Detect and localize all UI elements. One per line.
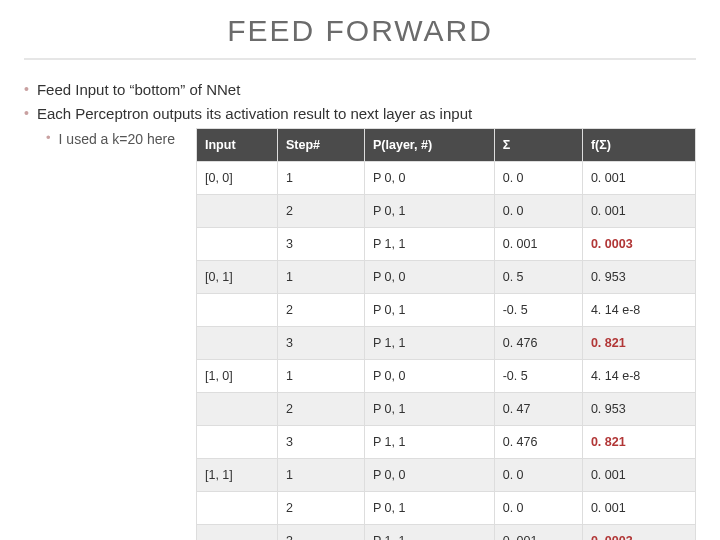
feed-forward-table: Input Step# P(layer, #) Σ f(Σ) [0, 0]1P … [196,128,696,540]
cell-step: 1 [278,162,365,195]
cell-p: P 0, 1 [365,294,495,327]
table-row: [1, 0]1P 0, 0-0. 54. 14 e-8 [197,360,696,393]
cell-input [197,393,278,426]
cell-input: [1, 1] [197,459,278,492]
cell-input [197,228,278,261]
cell-input: [0, 1] [197,261,278,294]
cell-step: 1 [278,261,365,294]
col-input: Input [197,129,278,162]
cell-input: [0, 0] [197,162,278,195]
table-row: 3P 1, 10. 4760. 821 [197,327,696,360]
cell-input [197,426,278,459]
table-row: 3P 1, 10. 4760. 821 [197,426,696,459]
cell-step: 1 [278,360,365,393]
cell-p: P 0, 0 [365,261,495,294]
cell-p: P 1, 1 [365,228,495,261]
cell-sigma: -0. 5 [494,360,582,393]
col-step: Step# [278,129,365,162]
cell-sigma: 0. 0 [494,162,582,195]
cell-sigma: 0. 476 [494,327,582,360]
cell-p: P 1, 1 [365,327,495,360]
table-row: [0, 1]1P 0, 00. 50. 953 [197,261,696,294]
cell-fsigma: 0. 0003 [582,228,695,261]
cell-sigma: 0. 0 [494,195,582,228]
col-fsigma: f(Σ) [582,129,695,162]
title-wrap: FEED FORWARD [24,14,696,60]
table-header-row: Input Step# P(layer, #) Σ f(Σ) [197,129,696,162]
cell-input: [1, 0] [197,360,278,393]
cell-sigma: 0. 001 [494,525,582,541]
cell-step: 3 [278,525,365,541]
col-p: P(layer, #) [365,129,495,162]
cell-step: 2 [278,195,365,228]
title-underline [24,58,696,60]
cell-fsigma: 0. 953 [582,261,695,294]
slide: FEED FORWARD • Feed Input to “bottom” of… [0,0,720,540]
cell-sigma: 0. 476 [494,426,582,459]
cell-input [197,195,278,228]
cell-step: 2 [278,492,365,525]
table-row: [0, 0]1P 0, 00. 00. 001 [197,162,696,195]
cell-fsigma: 0. 0003 [582,525,695,541]
cell-p: P 1, 1 [365,525,495,541]
bullet-2-text: Each Perceptron outputs its activation r… [37,102,472,126]
bullet-dot-icon: • [46,128,51,149]
cell-p: P 0, 1 [365,492,495,525]
table-row: 3P 1, 10. 0010. 0003 [197,228,696,261]
cell-sigma: 0. 001 [494,228,582,261]
cell-sigma: -0. 5 [494,294,582,327]
table-row: 2P 0, 10. 00. 001 [197,492,696,525]
table-body: [0, 0]1P 0, 00. 00. 0012P 0, 10. 00. 001… [197,162,696,541]
cell-fsigma: 0. 821 [582,426,695,459]
cell-input [197,294,278,327]
slide-title: FEED FORWARD [227,14,493,54]
cell-fsigma: 0. 001 [582,162,695,195]
cell-step: 3 [278,228,365,261]
table-row: 2P 0, 10. 470. 953 [197,393,696,426]
sub-bullet-1: • I used a k=20 here [46,128,184,150]
bullet-1-text: Feed Input to “bottom” of NNet [37,78,240,102]
sub-bullet-1-text: I used a k=20 here [59,128,175,150]
cell-fsigma: 0. 001 [582,492,695,525]
cell-fsigma: 0. 001 [582,195,695,228]
cell-input [197,492,278,525]
cell-input [197,525,278,541]
content-row: • I used a k=20 here Input Step# P(layer… [24,128,696,540]
bullet-dot-icon: • [24,78,29,100]
table-row: 2P 0, 1-0. 54. 14 e-8 [197,294,696,327]
cell-step: 1 [278,459,365,492]
left-column: • I used a k=20 here [24,128,184,150]
cell-step: 3 [278,426,365,459]
cell-fsigma: 0. 821 [582,327,695,360]
cell-sigma: 0. 5 [494,261,582,294]
table-wrap: Input Step# P(layer, #) Σ f(Σ) [0, 0]1P … [196,128,696,540]
cell-step: 2 [278,393,365,426]
cell-p: P 0, 0 [365,459,495,492]
cell-p: P 0, 0 [365,162,495,195]
cell-p: P 1, 1 [365,426,495,459]
cell-sigma: 0. 0 [494,459,582,492]
bullet-2: • Each Perceptron outputs its activation… [24,102,696,126]
table-row: 3P 1, 10. 0010. 0003 [197,525,696,541]
table-row: [1, 1]1P 0, 00. 00. 001 [197,459,696,492]
cell-step: 2 [278,294,365,327]
cell-fsigma: 0. 953 [582,393,695,426]
cell-fsigma: 4. 14 e-8 [582,294,695,327]
cell-sigma: 0. 0 [494,492,582,525]
bullet-dot-icon: • [24,102,29,124]
cell-sigma: 0. 47 [494,393,582,426]
table-row: 2P 0, 10. 00. 001 [197,195,696,228]
cell-fsigma: 4. 14 e-8 [582,360,695,393]
bullet-list: • Feed Input to “bottom” of NNet • Each … [24,78,696,540]
col-sigma: Σ [494,129,582,162]
cell-fsigma: 0. 001 [582,459,695,492]
cell-p: P 0, 1 [365,393,495,426]
cell-input [197,327,278,360]
bullet-1: • Feed Input to “bottom” of NNet [24,78,696,102]
cell-step: 3 [278,327,365,360]
cell-p: P 0, 1 [365,195,495,228]
cell-p: P 0, 0 [365,360,495,393]
